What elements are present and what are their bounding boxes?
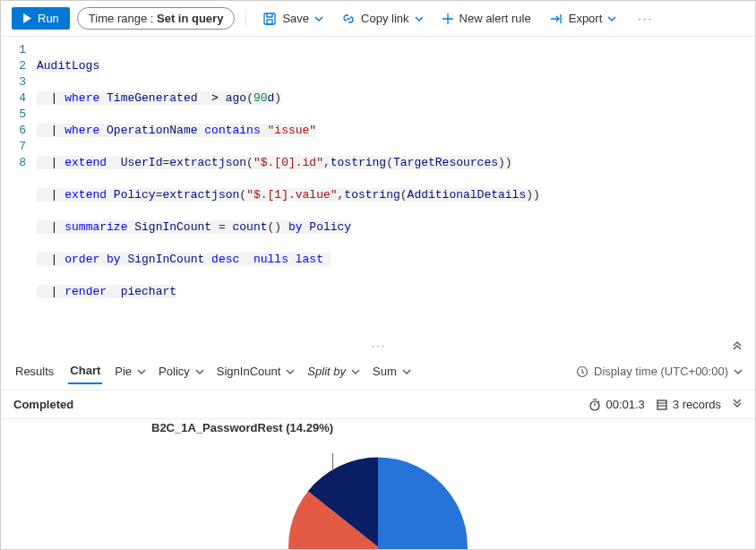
x-field-dropdown[interactable]: Policy: [159, 365, 204, 378]
time-range-picker[interactable]: Time range : Set in query: [77, 7, 236, 30]
time-range-value: Set in query: [157, 12, 223, 25]
chart-type-value: Pie: [115, 365, 132, 378]
chart-type-dropdown[interactable]: Pie: [115, 365, 146, 378]
run-button[interactable]: Run: [12, 7, 70, 30]
pie-label-a: B2C_1A_singup_signin_CA (57.14%): [503, 546, 706, 550]
line-gutter: 12345678: [1, 42, 37, 332]
aggregation-value: Sum: [373, 365, 397, 378]
ellipsis-icon: ···: [638, 12, 653, 25]
copy-link-label: Copy link: [361, 12, 408, 25]
svg-rect-1: [267, 20, 272, 24]
play-icon: [22, 13, 32, 23]
chevron-down-icon: [314, 14, 323, 23]
tab-results[interactable]: Results: [13, 359, 56, 383]
separator: [245, 9, 246, 29]
run-label: Run: [38, 12, 59, 25]
split-by-dropdown[interactable]: Split by: [307, 365, 360, 378]
chevron-down-icon: [734, 367, 743, 376]
editor-resize-handle[interactable]: · · ·: [1, 339, 755, 353]
chevron-double-up-icon: [732, 339, 743, 350]
svg-rect-0: [264, 13, 275, 24]
duration-value: 00:01.3: [606, 398, 644, 411]
pie-svg: [284, 453, 472, 551]
code-area[interactable]: AuditLogs | where TimeGenerated > ago(90…: [37, 42, 755, 332]
x-field-value: Policy: [159, 365, 190, 378]
record-count-value: 3 records: [673, 398, 721, 411]
status-meta: 00:01.3 3 records: [588, 398, 743, 411]
records-icon: [656, 399, 668, 411]
chevron-down-icon: [415, 14, 424, 23]
export-icon: [549, 12, 563, 26]
chevron-double-down-icon: [732, 398, 743, 408]
y-field-value: SignInCount: [217, 365, 281, 378]
toolbar: Run Time range : Set in query Save Copy …: [1, 1, 755, 37]
new-alert-label: New alert rule: [460, 12, 531, 25]
chevron-down-icon: [137, 367, 146, 376]
chevron-down-icon: [351, 367, 360, 376]
plus-icon: [442, 13, 454, 25]
collapse-editor-button[interactable]: [732, 339, 743, 352]
tab-chart[interactable]: Chart: [68, 358, 102, 384]
y-field-dropdown[interactable]: SignInCount: [217, 365, 296, 378]
stopwatch-icon: [588, 399, 601, 411]
pie-label-b: B2C_1A_signup_signin (28.57%): [71, 546, 252, 550]
aggregation-dropdown[interactable]: Sum: [373, 365, 411, 378]
split-by-label: Split by: [307, 365, 346, 378]
display-time-dropdown[interactable]: Display time (UTC+00:00): [576, 365, 743, 378]
status-bar: Completed 00:01.3 3 records: [1, 391, 755, 419]
result-tabs: Results Chart Pie Policy SignInCount Spl…: [1, 353, 755, 391]
display-time-value: Display time (UTC+00:00): [594, 365, 728, 378]
chevron-down-icon: [195, 367, 204, 376]
clock-icon: [576, 365, 588, 378]
chart-area: B2C_1A_singup_signin_CA (57.14%) B2C_1A_…: [1, 419, 755, 550]
new-alert-button[interactable]: New alert rule: [436, 8, 537, 29]
pie-label-c: B2C_1A_PasswordRest (14.29%): [151, 421, 333, 434]
expand-results-button[interactable]: [732, 398, 743, 411]
copy-link-button[interactable]: Copy link: [336, 8, 428, 30]
duration: 00:01.3: [588, 398, 644, 411]
export-button[interactable]: Export: [544, 8, 623, 30]
save-label: Save: [282, 12, 309, 25]
lead-line: [332, 453, 333, 471]
chevron-down-icon: [402, 367, 411, 376]
svg-rect-4: [657, 400, 666, 409]
status-label: Completed: [13, 398, 73, 411]
time-range-label: Time range :: [89, 12, 154, 25]
pie-chart[interactable]: [284, 453, 472, 551]
chevron-down-icon: [607, 14, 616, 23]
chevron-down-icon: [286, 367, 295, 376]
more-button[interactable]: ···: [632, 8, 658, 29]
export-label: Export: [569, 12, 603, 25]
query-editor[interactable]: 12345678 AuditLogs | where TimeGenerated…: [1, 37, 755, 339]
record-count: 3 records: [656, 398, 721, 411]
save-button[interactable]: Save: [257, 8, 329, 30]
save-icon: [262, 12, 277, 26]
link-icon: [341, 12, 356, 26]
